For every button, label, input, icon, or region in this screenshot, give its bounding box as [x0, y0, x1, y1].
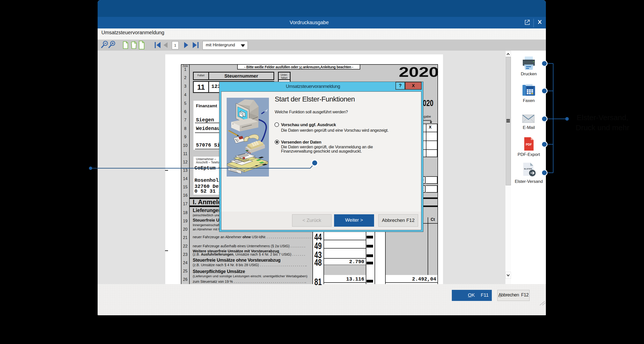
svg-text:PDF: PDF: [526, 143, 532, 146]
